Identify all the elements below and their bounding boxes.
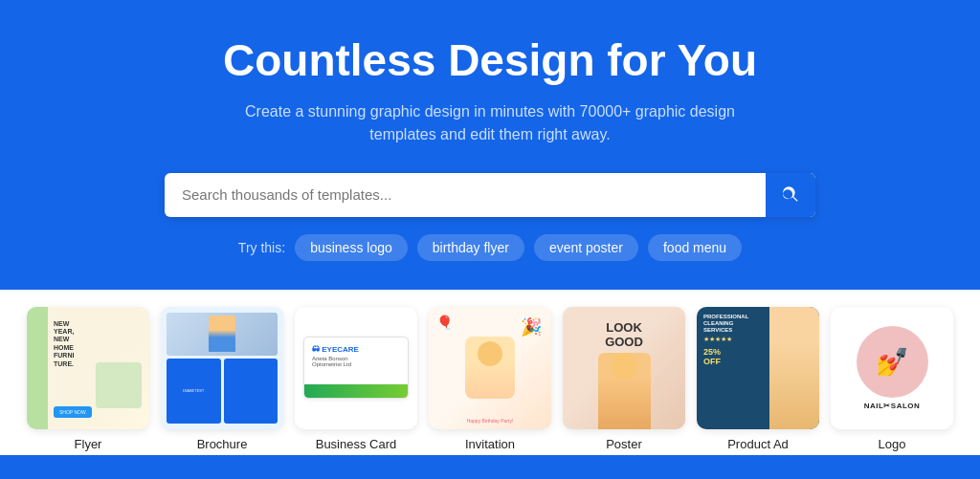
template-item-product-ad[interactable]: PROFESSIONALCLEANINGSERVICES ★★★★★ 25%OF… (697, 307, 819, 455)
templates-row: NEWYEAR,NEWHOMEFURNITURE. SHOP NOW Flyer… (0, 290, 980, 455)
poster-preview: LOOKGOODOn You (563, 307, 685, 429)
template-label-product-ad: Product Ad (727, 437, 789, 455)
template-item-brochure[interactable]: DIABETES? What isDiabetes? Brochure (161, 307, 283, 455)
hero-title: Countless Design for You (19, 36, 961, 85)
try-this-row: Try this: business logo birthday flyer e… (19, 234, 961, 261)
search-input[interactable] (165, 174, 766, 215)
product-ad-person (769, 307, 819, 429)
template-label-invitation: Invitation (465, 437, 515, 455)
template-card-business-card: 🕶 EYECARE Arieta BonsonOptometrist Ltd (295, 307, 417, 429)
invitation-emoji2: 🎈 (436, 315, 453, 330)
logo-hand-icon: 💅 (876, 346, 909, 378)
template-item-invitation[interactable]: 🎉 🎈 Happy Birthday Party! Invitation (429, 307, 551, 455)
template-label-brochure: Brochure (197, 437, 248, 455)
logo-text: NAIL✂SALON (864, 402, 921, 410)
tag-birthday-flyer[interactable]: birthday flyer (417, 234, 524, 261)
brochure-preview: DIABETES? What isDiabetes? (161, 307, 283, 429)
template-card-invitation: 🎉 🎈 Happy Birthday Party! (429, 307, 551, 429)
search-bar (165, 173, 815, 217)
tag-business-logo[interactable]: business logo (295, 234, 408, 261)
try-this-label: Try this: (238, 240, 285, 255)
template-label-business-card: Business Card (316, 437, 397, 455)
template-item-logo[interactable]: 💅 NAIL✂SALON Logo (831, 307, 953, 455)
hero-section: Countless Design for You Create a stunni… (0, 0, 980, 290)
product-ad-preview: PROFESSIONALCLEANINGSERVICES ★★★★★ 25%OF… (697, 307, 819, 429)
template-label-logo: Logo (879, 437, 906, 455)
invitation-bottom-text: Happy Birthday Party! (467, 418, 514, 424)
template-label-flyer: Flyer (75, 437, 102, 455)
logo-preview: 💅 NAIL✂SALON (831, 307, 953, 429)
template-card-product-ad: PROFESSIONALCLEANINGSERVICES ★★★★★ 25%OF… (697, 307, 819, 429)
tag-food-menu[interactable]: food menu (648, 234, 742, 261)
logo-circle: 💅 (857, 326, 928, 398)
hero-subtitle: Create a stunning graphic design in minu… (222, 100, 758, 146)
flyer-preview: NEWYEAR,NEWHOMEFURNITURE. SHOP NOW (27, 307, 149, 429)
template-card-logo: 💅 NAIL✂SALON (831, 307, 953, 429)
template-item-business-card[interactable]: 🕶 EYECARE Arieta BonsonOptometrist Ltd B… (295, 307, 417, 455)
search-icon (781, 185, 800, 205)
template-card-poster: LOOKGOODOn You (563, 307, 685, 429)
business-card-preview: 🕶 EYECARE Arieta BonsonOptometrist Ltd (295, 307, 417, 429)
template-card-flyer: NEWYEAR,NEWHOMEFURNITURE. SHOP NOW (27, 307, 149, 429)
product-ad-title: PROFESSIONALCLEANINGSERVICES (703, 314, 766, 335)
template-item-poster[interactable]: LOOKGOODOn You Poster (563, 307, 685, 455)
tag-event-poster[interactable]: event poster (534, 234, 638, 261)
template-label-poster: Poster (606, 437, 642, 455)
search-button[interactable] (766, 173, 815, 217)
invitation-emoji1: 🎉 (521, 316, 542, 337)
template-card-brochure: DIABETES? What isDiabetes? (161, 307, 283, 429)
template-item-flyer[interactable]: NEWYEAR,NEWHOMEFURNITURE. SHOP NOW Flyer (27, 307, 149, 455)
invitation-preview: 🎉 🎈 Happy Birthday Party! (429, 307, 551, 429)
